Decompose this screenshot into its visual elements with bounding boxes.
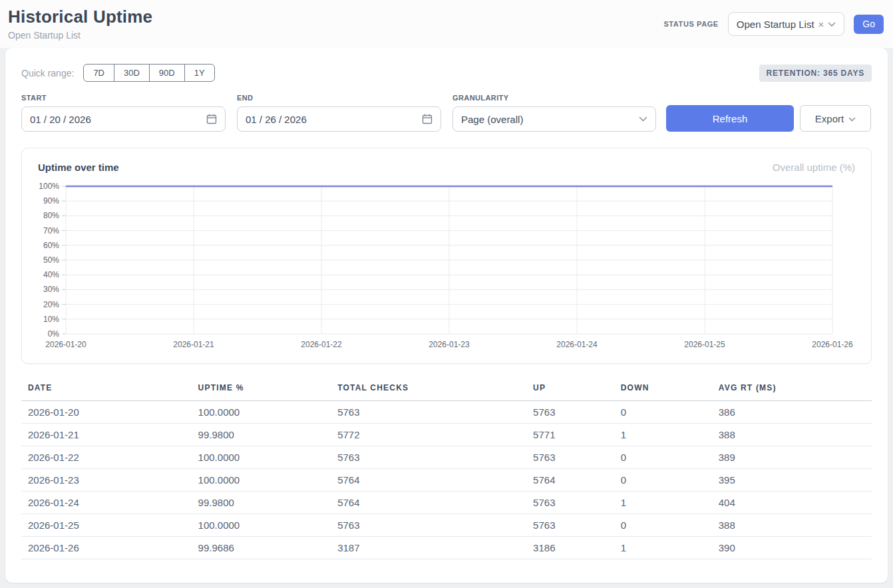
svg-text:30%: 30% <box>43 285 59 294</box>
svg-text:2026-01-24: 2026-01-24 <box>556 340 598 349</box>
uptime-table-body: 2026-01-20100.00005763576303862026-01-21… <box>21 401 872 559</box>
table-cell: 0 <box>614 401 712 424</box>
table-row: 2026-01-23100.0000576457640395 <box>21 469 872 492</box>
quick-range-90d[interactable]: 90D <box>149 64 185 82</box>
chart-title: Uptime over time <box>38 162 119 173</box>
table-cell: 388 <box>712 424 872 446</box>
chevron-down-icon <box>848 113 856 124</box>
column-header: TOTAL CHECKS <box>331 379 526 401</box>
table-cell: 2026-01-22 <box>21 446 192 469</box>
table-row: 2026-01-22100.0000576357630389 <box>21 446 872 469</box>
table-cell: 99.9686 <box>192 537 331 559</box>
retention-badge: RETENTION: 365 DAYS <box>759 65 872 82</box>
clear-selection-icon[interactable]: × <box>818 19 824 30</box>
table-cell: 5764 <box>526 469 614 492</box>
table-cell: 100.0000 <box>192 514 331 537</box>
table-row: 2026-01-2199.9800577257711388 <box>21 424 872 446</box>
table-cell: 5764 <box>331 469 526 492</box>
quick-range-1y[interactable]: 1Y <box>184 64 215 82</box>
column-header: DATE <box>21 379 192 401</box>
quick-range-label: Quick range: <box>21 68 74 78</box>
page-subtitle: Open Startup List <box>8 30 152 41</box>
table-cell: 99.9800 <box>192 492 331 514</box>
quick-range-group: 7D30D90D1Y <box>83 64 214 82</box>
top-header: Historical Uptime Open Startup List STAT… <box>0 0 893 48</box>
svg-text:100%: 100% <box>39 182 59 191</box>
status-page-picker: STATUS PAGE Open Startup List × Go <box>663 12 884 36</box>
table-cell: 99.9800 <box>192 424 331 446</box>
svg-text:40%: 40% <box>43 270 59 279</box>
svg-text:2026-01-22: 2026-01-22 <box>301 340 342 349</box>
status-page-select[interactable]: Open Startup List × <box>728 12 845 36</box>
svg-text:2026-01-26: 2026-01-26 <box>812 340 853 349</box>
granularity-label: GRANULARITY <box>452 94 656 102</box>
table-cell: 2026-01-24 <box>21 492 192 514</box>
chart-legend: Overall uptime (%) <box>773 162 855 173</box>
table-cell: 5771 <box>526 424 614 446</box>
table-row: 2026-01-20100.0000576357630386 <box>21 401 872 424</box>
column-header: DOWN <box>614 379 712 401</box>
table-cell: 2026-01-23 <box>21 469 192 492</box>
table-row: 2026-01-25100.0000576357630388 <box>21 514 872 537</box>
table-cell: 0 <box>614 514 712 537</box>
table-cell: 3186 <box>526 537 614 559</box>
status-page-label: STATUS PAGE <box>663 20 718 28</box>
svg-text:70%: 70% <box>43 226 59 235</box>
table-cell: 2026-01-20 <box>21 401 192 424</box>
table-cell: 5763 <box>331 401 526 424</box>
table-cell: 2026-01-26 <box>21 537 192 559</box>
main-panel: Quick range: 7D30D90D1Y RETENTION: 365 D… <box>5 48 888 583</box>
table-cell: 100.0000 <box>192 446 331 469</box>
end-date-label: END <box>237 94 441 102</box>
table-cell: 2026-01-21 <box>21 424 192 446</box>
table-cell: 386 <box>712 401 872 424</box>
svg-text:2026-01-25: 2026-01-25 <box>684 340 725 349</box>
granularity-select[interactable]: Page (overall) <box>452 106 656 132</box>
table-cell: 390 <box>712 537 872 559</box>
svg-text:50%: 50% <box>43 255 59 265</box>
table-cell: 0 <box>614 446 712 469</box>
start-date-value: 01 / 20 / 2026 <box>30 114 91 125</box>
export-button-label: Export <box>815 113 844 124</box>
uptime-chart-card: Uptime over time Overall uptime (%) 0%10… <box>21 148 872 364</box>
table-cell: 100.0000 <box>192 469 331 492</box>
end-date-input[interactable]: 01 / 26 / 2026 <box>237 106 441 132</box>
go-button[interactable]: Go <box>854 15 884 34</box>
table-cell: 1 <box>614 424 712 446</box>
table-cell: 395 <box>712 469 872 492</box>
uptime-line-chart: 0%10%20%30%40%50%60%70%80%90%100%2026-01… <box>38 180 853 353</box>
table-cell: 1 <box>614 537 712 559</box>
table-cell: 5764 <box>331 492 526 514</box>
table-cell: 404 <box>712 492 872 514</box>
svg-text:60%: 60% <box>43 241 59 250</box>
quick-range-30d[interactable]: 30D <box>114 64 150 82</box>
chevron-down-icon <box>828 18 836 30</box>
svg-text:2026-01-20: 2026-01-20 <box>45 340 87 349</box>
calendar-icon[interactable] <box>422 114 433 124</box>
table-row: 2026-01-2499.9800576457631404 <box>21 492 872 514</box>
table-cell: 5763 <box>526 446 614 469</box>
column-header: AVG RT (MS) <box>712 379 872 401</box>
svg-text:2026-01-21: 2026-01-21 <box>173 340 214 349</box>
svg-text:0%: 0% <box>48 329 60 339</box>
quick-range-7d[interactable]: 7D <box>83 64 114 82</box>
table-cell: 5763 <box>526 492 614 514</box>
start-date-input[interactable]: 01 / 20 / 2026 <box>21 106 226 132</box>
uptime-table: DATEUPTIME %TOTAL CHECKSUPDOWNAVG RT (MS… <box>21 379 872 559</box>
page-title: Historical Uptime <box>8 7 152 27</box>
table-cell: 5763 <box>526 514 614 537</box>
granularity-selected-value: Page (overall) <box>461 114 523 125</box>
status-page-selected-value: Open Startup List <box>737 19 814 30</box>
calendar-icon[interactable] <box>206 114 217 124</box>
table-cell: 2026-01-25 <box>21 514 192 537</box>
end-date-value: 01 / 26 / 2026 <box>246 114 307 125</box>
svg-text:90%: 90% <box>43 196 59 206</box>
export-button[interactable]: Export <box>800 105 871 132</box>
table-cell: 3187 <box>331 537 526 559</box>
uptime-table-header: DATEUPTIME %TOTAL CHECKSUPDOWNAVG RT (MS… <box>21 379 872 401</box>
table-cell: 389 <box>712 446 872 469</box>
column-header: UP <box>526 379 614 401</box>
table-row: 2026-01-2699.9686318731861390 <box>21 537 872 559</box>
refresh-button[interactable]: Refresh <box>666 105 794 132</box>
chevron-down-icon <box>639 113 647 125</box>
